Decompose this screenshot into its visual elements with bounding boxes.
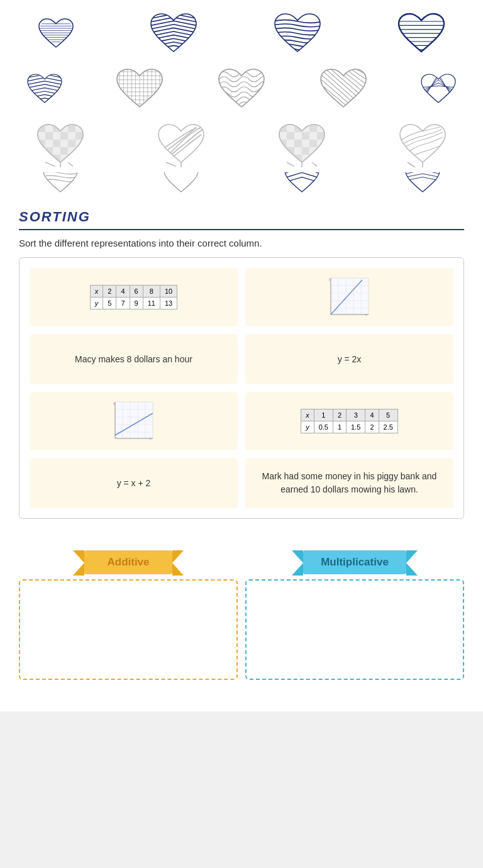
macy-text: Macy makes 8 dollars an hour — [75, 353, 192, 366]
heart-icon — [283, 172, 321, 198]
svg-line-83 — [68, 162, 73, 166]
svg-rect-72 — [60, 147, 68, 155]
hearts-row-4 — [0, 172, 483, 198]
sort-instruction: Sort the different representations into … — [19, 238, 464, 248]
svg-rect-135 — [115, 402, 153, 438]
multiplicative-banner: Multiplicative — [303, 550, 406, 574]
svg-rect-67 — [68, 140, 75, 147]
table2: x12345 y0.511.522.5 — [301, 409, 398, 433]
svg-rect-99 — [287, 140, 294, 147]
sort-card-table2[interactable]: x12345 y0.511.522.5 — [245, 392, 453, 450]
svg-rect-102 — [309, 140, 317, 147]
multiplicative-banner-right-fold — [406, 550, 418, 576]
svg-rect-69 — [38, 147, 45, 155]
heart-icon — [148, 9, 199, 59]
heart-icon — [318, 64, 369, 114]
svg-rect-59 — [53, 132, 60, 140]
svg-rect-105 — [287, 147, 294, 155]
svg-rect-90 — [309, 125, 317, 132]
heart-icon — [396, 9, 447, 59]
svg-rect-66 — [60, 140, 68, 147]
svg-line-84 — [166, 162, 176, 166]
heart-icon — [37, 15, 75, 53]
additive-zone-wrapper: Additive — [19, 531, 238, 680]
heart-icon — [419, 70, 457, 108]
svg-line-50 — [321, 99, 336, 109]
additive-label: Additive — [107, 556, 149, 568]
svg-rect-76 — [45, 155, 53, 162]
svg-rect-110 — [279, 155, 287, 162]
sort-card-table1[interactable]: x246810 y5791113 — [30, 268, 238, 326]
svg-rect-111 — [287, 155, 294, 162]
hearts-row-2 — [0, 62, 483, 117]
svg-rect-55 — [68, 125, 75, 132]
table1: x246810 y5791113 — [90, 285, 177, 309]
hearts-row-3 — [0, 117, 483, 172]
bottom-area — [0, 711, 483, 868]
svg-rect-106 — [294, 147, 302, 155]
heart-icon — [277, 120, 327, 170]
heart-icon — [156, 120, 206, 170]
svg-rect-79 — [68, 155, 75, 162]
sort-card-graph1[interactable]: x y — [245, 268, 453, 326]
svg-rect-87 — [287, 125, 294, 132]
svg-line-116 — [287, 162, 294, 166]
sort-card-graph2[interactable]: x y — [30, 392, 238, 450]
svg-rect-65 — [53, 140, 60, 147]
svg-rect-61 — [68, 132, 75, 140]
svg-rect-108 — [309, 147, 317, 155]
svg-rect-60 — [60, 132, 68, 140]
heart-icon — [216, 64, 267, 114]
svg-line-118 — [312, 162, 317, 166]
svg-rect-71 — [53, 147, 60, 155]
equation-y2x: y = 2x — [338, 353, 362, 366]
main-content: SORTING Sort the different representatio… — [0, 198, 483, 711]
graph2-svg: x y — [112, 401, 156, 442]
svg-rect-101 — [302, 140, 309, 147]
heart-icon — [42, 172, 79, 198]
additive-drop-zone[interactable] — [19, 579, 238, 680]
svg-rect-104 — [279, 147, 287, 155]
heart-icon — [162, 172, 200, 198]
heart-icon — [35, 120, 86, 170]
svg-line-81 — [45, 162, 55, 166]
svg-rect-109 — [317, 147, 325, 155]
sort-card-y2x[interactable]: y = 2x — [245, 334, 453, 384]
sort-card-mark[interactable]: Mark had some money in his piggy bank an… — [245, 458, 453, 508]
multiplicative-zone-wrapper: Multiplicative — [245, 531, 464, 680]
svg-rect-115 — [317, 155, 325, 162]
svg-line-38 — [326, 69, 366, 104]
heart-icon — [404, 172, 441, 198]
page-title: SORTING — [19, 209, 464, 230]
svg-rect-95 — [302, 132, 309, 140]
svg-line-46 — [321, 79, 356, 109]
sort-card-macy[interactable]: Macy makes 8 dollars an hour — [30, 334, 238, 384]
sort-card-yx2[interactable]: y = x + 2 — [30, 458, 238, 508]
svg-rect-100 — [294, 140, 302, 147]
heart-icon — [114, 64, 165, 114]
mark-text: Mark had some money in his piggy bank an… — [252, 470, 447, 496]
svg-rect-80 — [75, 155, 83, 162]
svg-rect-75 — [38, 155, 45, 162]
svg-rect-64 — [45, 140, 53, 147]
additive-banner: Additive — [84, 550, 172, 574]
multiplicative-banner-container: Multiplicative — [245, 550, 464, 574]
svg-rect-73 — [68, 147, 75, 155]
additive-banner-right-fold — [172, 550, 184, 576]
drop-zones-container: Additive Multiplicative — [19, 531, 464, 680]
svg-rect-96 — [309, 132, 317, 140]
sort-cards-grid: x246810 y5791113 — [19, 257, 464, 519]
heart-icon — [397, 120, 448, 170]
svg-line-119 — [408, 162, 415, 167]
svg-rect-94 — [294, 132, 302, 140]
svg-rect-58 — [45, 132, 53, 140]
heart-icon — [272, 9, 323, 59]
svg-rect-74 — [75, 147, 83, 155]
multiplicative-banner-left-fold — [292, 550, 303, 576]
svg-rect-93 — [287, 132, 294, 140]
svg-rect-114 — [309, 155, 317, 162]
additive-banner-left-fold — [73, 550, 84, 576]
hearts-row-1 — [0, 6, 483, 62]
multiplicative-drop-zone[interactable] — [245, 579, 464, 680]
graph1-svg: x y — [328, 277, 372, 318]
